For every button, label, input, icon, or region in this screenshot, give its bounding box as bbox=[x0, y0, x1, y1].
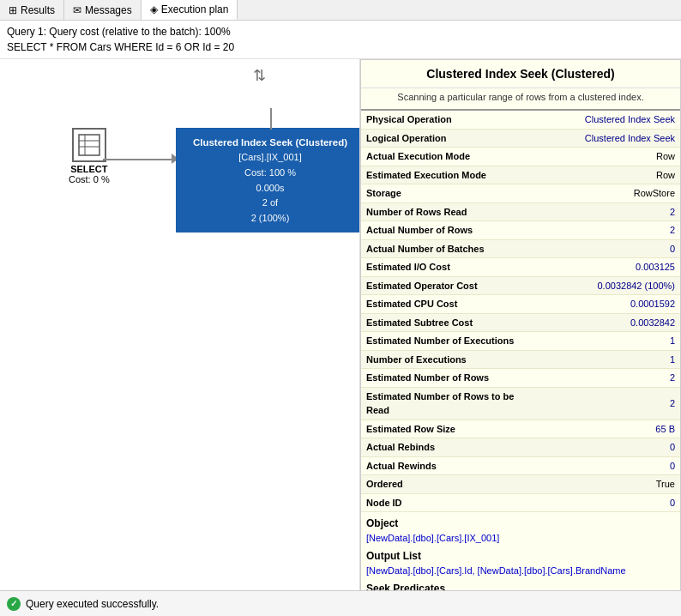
prop-value: 2 bbox=[537, 369, 680, 388]
prop-value: 2 bbox=[537, 387, 680, 420]
prop-label: Estimated I/O Cost bbox=[361, 258, 537, 277]
select-label: SELECT bbox=[70, 164, 107, 174]
prop-label: Number of Executions bbox=[361, 350, 537, 369]
table-row: Actual Rewinds0 bbox=[361, 456, 680, 475]
index-node-line4: 0.000s bbox=[184, 181, 356, 196]
query-info-line2: SELECT * FROM Cars WHERE Id = 6 OR Id = … bbox=[7, 39, 674, 55]
table-row: Estimated Number of Rows to be Read2 bbox=[361, 387, 680, 420]
select-node-icon bbox=[72, 128, 106, 162]
prop-label: Estimated Row Size bbox=[361, 420, 537, 438]
svg-rect-0 bbox=[79, 135, 99, 155]
prop-label: Estimated Execution Mode bbox=[361, 166, 537, 184]
tab-results-label: Results bbox=[21, 4, 55, 16]
prop-value: 0 bbox=[537, 438, 680, 457]
prop-value: 0 bbox=[537, 493, 680, 512]
prop-value: 0.0032842 bbox=[537, 313, 680, 332]
output-list-section-value: [NewData].[dbo].[Cars].Id, [NewData].[db… bbox=[361, 564, 680, 577]
prop-label: Physical Operation bbox=[361, 111, 537, 129]
table-row: Actual Number of Batches0 bbox=[361, 239, 680, 258]
object-section-value: [NewData].[dbo].[Cars].[IX_001] bbox=[361, 531, 680, 545]
top-connector-icon: ⇅ bbox=[253, 66, 266, 85]
table-row: Actual Rebinds0 bbox=[361, 438, 680, 457]
index-node-line6: 2 (100%) bbox=[184, 211, 356, 226]
prop-label: Estimated Number of Rows to be Read bbox=[361, 387, 537, 420]
prop-value: Clustered Index Seek bbox=[537, 129, 680, 148]
tab-messages-label: Messages bbox=[85, 4, 132, 16]
object-section-label: Object bbox=[361, 512, 680, 531]
tab-bar: ⊞ Results ✉ Messages ◈ Execution plan bbox=[0, 0, 681, 21]
tab-results[interactable]: ⊞ Results bbox=[0, 0, 64, 20]
query-info: Query 1: Query cost (relative to the bat… bbox=[0, 21, 681, 59]
query-info-line1: Query 1: Query cost (relative to the bat… bbox=[7, 24, 674, 39]
h-connector-line bbox=[103, 159, 176, 160]
prop-label: Node ID bbox=[361, 493, 537, 512]
prop-value: 0.0001592 bbox=[537, 295, 680, 314]
prop-value: 2 bbox=[537, 202, 680, 221]
props-panel[interactable]: Clustered Index Seek (Clustered) Scannin… bbox=[360, 59, 681, 591]
prop-label: Estimated Number of Rows bbox=[361, 369, 537, 388]
props-subheader: Scanning a particular range of rows from… bbox=[361, 88, 680, 111]
seek-predicates-label: Seek Predicates bbox=[361, 577, 680, 591]
prop-label: Actual Execution Mode bbox=[361, 148, 537, 166]
status-message: Query executed successfully. bbox=[26, 598, 159, 610]
table-row: Actual Execution ModeRow bbox=[361, 148, 680, 166]
status-bar: ✓ Query executed successfully. bbox=[0, 590, 681, 616]
props-header: Clustered Index Seek (Clustered) bbox=[361, 60, 680, 88]
prop-label: Storage bbox=[361, 184, 537, 203]
table-row: StorageRowStore bbox=[361, 184, 680, 203]
prop-label: Estimated Subtree Cost bbox=[361, 313, 537, 332]
index-node-line3: Cost: 100 % bbox=[184, 166, 356, 181]
prop-value: 0 bbox=[537, 239, 680, 258]
prop-label: Actual Number of Rows bbox=[361, 221, 537, 240]
table-row: OrderedTrue bbox=[361, 475, 680, 494]
prop-value: 1 bbox=[537, 332, 680, 351]
table-row: Number of Executions1 bbox=[361, 350, 680, 369]
table-row: Estimated Row Size65 B bbox=[361, 420, 680, 438]
select-cost: Cost: 0 % bbox=[69, 174, 110, 184]
table-row: Estimated CPU Cost0.0001592 bbox=[361, 295, 680, 314]
table-row: Physical OperationClustered Index Seek bbox=[361, 111, 680, 129]
index-node-title: Clustered Index Seek (Clustered) bbox=[184, 135, 356, 150]
tab-execution-plan-label: Execution plan bbox=[161, 3, 229, 15]
prop-label: Actual Rebinds bbox=[361, 438, 537, 457]
prop-label: Estimated Number of Executions bbox=[361, 332, 537, 351]
prop-label: Estimated CPU Cost bbox=[361, 295, 537, 314]
prop-value: Clustered Index Seek bbox=[537, 111, 680, 129]
table-row: Number of Rows Read2 bbox=[361, 202, 680, 221]
prop-value: True bbox=[537, 475, 680, 494]
table-row: Estimated I/O Cost0.003125 bbox=[361, 258, 680, 277]
execution-plan-icon: ◈ bbox=[150, 3, 158, 15]
vertical-connector bbox=[270, 108, 272, 130]
table-row: Estimated Number of Executions1 bbox=[361, 332, 680, 351]
status-icon: ✓ bbox=[7, 597, 21, 611]
prop-value: 2 bbox=[537, 221, 680, 240]
table-row: Logical OperationClustered Index Seek bbox=[361, 129, 680, 148]
props-table: Physical OperationClustered Index SeekLo… bbox=[361, 111, 680, 512]
table-row: Estimated Subtree Cost0.0032842 bbox=[361, 313, 680, 332]
index-node-line2: [Cars].[IX_001] bbox=[184, 150, 356, 166]
prop-value: Row bbox=[537, 166, 680, 184]
tab-messages[interactable]: ✉ Messages bbox=[64, 0, 142, 20]
prop-value: 0.003125 bbox=[537, 258, 680, 277]
prop-label: Number of Rows Read bbox=[361, 202, 537, 221]
plan-area: ⇅ SELECT Cost: 0 % Clustered Index Seek … bbox=[0, 59, 681, 591]
prop-value: Row bbox=[537, 148, 680, 166]
output-list-section-label: Output List bbox=[361, 545, 680, 564]
prop-value: RowStore bbox=[537, 184, 680, 203]
index-node: Clustered Index Seek (Clustered) [Cars].… bbox=[176, 128, 360, 233]
table-row: Estimated Number of Rows2 bbox=[361, 369, 680, 388]
tab-execution-plan[interactable]: ◈ Execution plan bbox=[142, 0, 238, 20]
prop-value: 65 B bbox=[537, 420, 680, 438]
prop-value: 1 bbox=[537, 350, 680, 369]
prop-label: Ordered bbox=[361, 475, 537, 494]
prop-value: 0.0032842 (100%) bbox=[537, 276, 680, 295]
messages-icon: ✉ bbox=[73, 4, 81, 16]
prop-label: Actual Number of Batches bbox=[361, 239, 537, 258]
diagram-panel: ⇅ SELECT Cost: 0 % Clustered Index Seek … bbox=[0, 59, 360, 591]
prop-label: Actual Rewinds bbox=[361, 456, 537, 475]
table-row: Estimated Operator Cost0.0032842 (100%) bbox=[361, 276, 680, 295]
index-node-line5: 2 of bbox=[184, 196, 356, 211]
table-row: Estimated Execution ModeRow bbox=[361, 166, 680, 184]
prop-value: 0 bbox=[537, 456, 680, 475]
table-row: Actual Number of Rows2 bbox=[361, 221, 680, 240]
